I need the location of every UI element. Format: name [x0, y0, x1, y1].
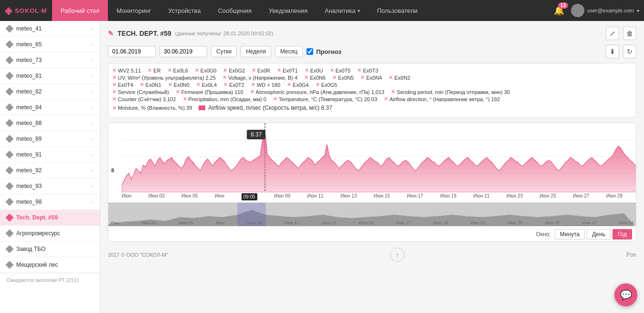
metric-ex0g0: ✕ Ex0G0	[195, 67, 217, 73]
metric-close-icon[interactable]: ✕	[112, 89, 116, 95]
window-year-button[interactable]: Год	[612, 229, 632, 240]
metric-close-icon[interactable]: ✕	[168, 82, 172, 88]
metric-close-icon[interactable]: ✕	[112, 67, 116, 73]
metric-close-icon[interactable]: ✕	[391, 89, 395, 95]
refresh-button[interactable]: ↻	[623, 45, 636, 58]
sidebar-item-meteo-93[interactable]: meteo_93 ›	[0, 178, 100, 194]
metric-close-icon[interactable]: ✕	[140, 82, 144, 88]
metric-close-icon[interactable]: ✕	[112, 96, 116, 102]
nav-item-analytics[interactable]: Аналитика ▾	[316, 0, 368, 21]
metric-close-icon[interactable]: ✕	[305, 67, 309, 73]
chevron-right-icon: ›	[92, 152, 93, 157]
nav-item-dashboard[interactable]: Рабочий стол	[52, 0, 108, 21]
metric-close-icon[interactable]: ✕	[148, 67, 152, 73]
sidebar-item-agroprom[interactable]: Агропромресурс	[0, 226, 100, 241]
nav-item-messages[interactable]: Сообщения	[209, 0, 260, 21]
metric-close-icon[interactable]: ✕	[112, 82, 116, 88]
metric-ex0u: ✕ Ex0U	[305, 67, 323, 73]
nav-item-users[interactable]: Пользователи	[369, 0, 426, 21]
notifications-bell[interactable]: 🔔 13	[554, 5, 564, 16]
metric-close-icon[interactable]: ✕	[384, 96, 388, 102]
edit-icon[interactable]: ✎	[108, 30, 114, 37]
window-minute-button[interactable]: Минута	[555, 229, 585, 240]
date-to-input[interactable]	[159, 46, 207, 57]
panel-subtitle: (данные получены: 28.01.2020 09:02:02)	[175, 31, 274, 36]
chart-x-axis: Июн Июн 03 Июн 05 Июн 09:05 Июн 09 Июн 1…	[108, 192, 623, 202]
sidebar-item-meteo-84[interactable]: meteo_84 ›	[0, 100, 100, 115]
sidebar-item-meteo-65[interactable]: meteo_65 ›	[0, 37, 100, 52]
metric-close-icon[interactable]: ✕	[316, 82, 320, 88]
sidebar-footer[interactable]: Ожидается экологии РТ (211)	[0, 273, 100, 287]
prognoz-row: Прогноз	[306, 48, 341, 55]
sidebar-item-label: meteo_91	[16, 151, 42, 158]
scroll-up-button[interactable]: ↑	[390, 248, 404, 262]
sidebar-item-zavod[interactable]: Завод ТБО	[0, 241, 100, 257]
metric-firmware: ✕ Firmware (Прошивка) 110	[176, 89, 243, 95]
metric-close-icon[interactable]: ✕	[330, 67, 334, 73]
chart-y-label: 8	[111, 167, 114, 173]
metric-ex0r: ✕ Ex0R	[252, 67, 270, 73]
metric-close-icon[interactable]: ✕	[273, 96, 277, 102]
sidebar-item-meteo-81[interactable]: meteo_81 ›	[0, 68, 100, 84]
date-from-input[interactable]	[108, 46, 156, 57]
sidebar-item-meteo-82[interactable]: meteo_82 ›	[0, 84, 100, 100]
metric-close-icon[interactable]: ✕	[176, 89, 180, 95]
metric-close-icon[interactable]: ✕	[183, 96, 187, 102]
metric-close-icon[interactable]: ✕	[222, 74, 227, 81]
sidebar-item-label: meteo_73	[16, 57, 42, 63]
prognoz-checkbox[interactable]	[306, 48, 313, 55]
intercom-button[interactable]: 💬	[614, 283, 637, 306]
sidebar-item-meteo-89[interactable]: meteo_89 ›	[0, 131, 100, 147]
metric-close-icon[interactable]: ✕	[332, 74, 337, 81]
metric-close-icon[interactable]: ✕	[195, 67, 199, 73]
diamond-icon	[6, 56, 14, 64]
metric-close-icon[interactable]: ✕	[168, 67, 172, 73]
metric-close-icon[interactable]: ✕	[196, 82, 201, 88]
sidebar-item-meteo-88[interactable]: meteo_88 ›	[0, 115, 100, 131]
sidebar-item-meteo-41[interactable]: meteo_41 ›	[0, 21, 100, 37]
expand-button[interactable]: ⤢	[606, 27, 619, 40]
metric-close-icon[interactable]: ✕	[287, 82, 291, 88]
nav-item-devices[interactable]: Устройства	[159, 0, 209, 21]
metric-close-icon[interactable]: ✕	[112, 74, 116, 81]
user-menu[interactable]: user@example.com ▾	[571, 4, 639, 17]
period-sutki-button[interactable]: Сутки	[211, 46, 237, 57]
panel-title: ✎ TECH. DEPT. #59 (данные получены: 28.0…	[108, 30, 274, 37]
x-label: Июн 23	[507, 193, 523, 200]
sidebar-item-tech-dept[interactable]: Tech. Dept. #59	[0, 210, 100, 226]
metric-close-icon[interactable]: ✕	[357, 67, 361, 73]
metric-close-icon[interactable]: ✕	[360, 74, 365, 81]
nav-item-notifications[interactable]: Уведомления	[260, 0, 316, 21]
metric-uv: ✕ UV, W/m² (Уровень ультрафиолета) 2.25	[112, 74, 216, 81]
main-content: ✎ TECH. DEPT. #59 (данные получены: 28.0…	[100, 21, 644, 313]
controls-row: Сутки Неделя Месяц Прогноз ⬇ ↻	[108, 45, 636, 58]
metric-close-icon[interactable]: ✕	[112, 105, 116, 111]
metric-close-icon[interactable]: ✕	[252, 67, 256, 73]
diamond-icon	[6, 167, 14, 175]
sidebar-item-meteo-98[interactable]: meteo_98 ›	[0, 194, 100, 210]
diamond-icon	[6, 88, 14, 96]
metric-close-icon[interactable]: ✕	[304, 74, 308, 81]
period-mesyac-button[interactable]: Месяц	[275, 46, 303, 57]
sidebar-item-label: meteo_93	[16, 183, 42, 189]
delete-button[interactable]: 🗑	[623, 27, 636, 40]
mini-chart[interactable]: ИюнИюн 03Июн 05ИюнИюн 09Июн 11Июн 13Июн …	[108, 202, 636, 226]
metric-er: ✕ ER	[148, 67, 160, 73]
sidebar-item-meteo-92[interactable]: meteo_92 ›	[0, 163, 100, 178]
metric-close-icon[interactable]: ✕	[277, 67, 281, 73]
metric-close-icon[interactable]: ✕	[250, 89, 254, 95]
sidebar-item-meshchersky[interactable]: Мещерский лес	[0, 257, 100, 273]
sidebar-item-meteo-73[interactable]: meteo_73 ›	[0, 52, 100, 68]
chevron-right-icon: ›	[92, 26, 93, 31]
window-day-button[interactable]: День	[587, 229, 611, 240]
metric-close-icon[interactable]: ✕	[251, 82, 255, 88]
x-label: Июн	[122, 193, 131, 200]
metric-close-icon[interactable]: ✕	[223, 67, 227, 73]
metric-close-icon[interactable]: ✕	[389, 74, 393, 81]
period-nedelya-button[interactable]: Неделя	[241, 46, 271, 57]
metric-close-icon[interactable]: ✕	[223, 82, 228, 88]
diamond-icon	[6, 151, 14, 159]
nav-item-monitoring[interactable]: Мониторинг	[108, 0, 159, 21]
download-button[interactable]: ⬇	[606, 45, 619, 58]
sidebar-item-meteo-91[interactable]: meteo_91 ›	[0, 147, 100, 163]
